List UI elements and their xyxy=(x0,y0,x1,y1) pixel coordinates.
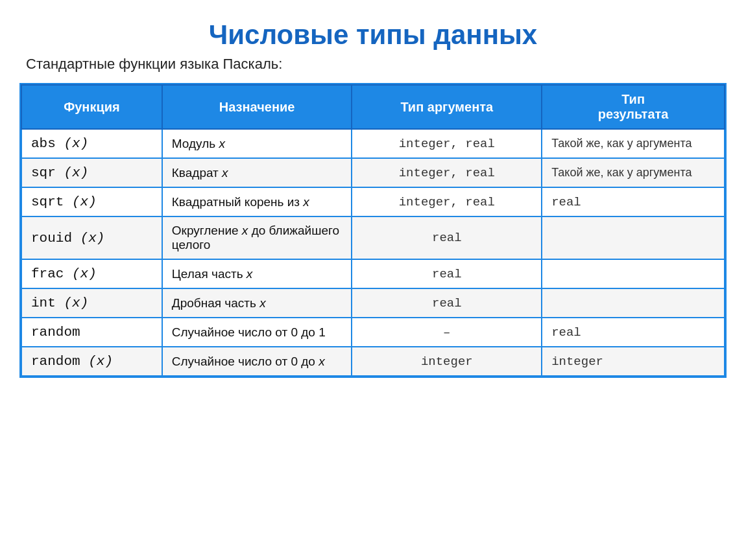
cell-argtype: real xyxy=(352,259,542,288)
cell-desc: Целая часть x xyxy=(162,259,352,288)
cell-desc: Случайное число от 0 до x xyxy=(162,347,352,376)
table-row: frac (x)Целая часть xreal xyxy=(21,259,725,288)
cell-desc: Квадрат x xyxy=(162,158,352,187)
cell-func: sqrt (x) xyxy=(21,187,162,216)
table-row: abs (x)Модуль xinteger, realТакой же, ка… xyxy=(21,129,725,158)
table-row: randomСлучайное число от 0 до 1–real xyxy=(21,318,725,347)
cell-func: frac (x) xyxy=(21,259,162,288)
cell-func: sqr (x) xyxy=(21,158,162,187)
cell-restype: real xyxy=(542,187,725,216)
cell-func: rouid (x) xyxy=(21,216,162,259)
cell-restype xyxy=(542,259,725,288)
cell-restype xyxy=(542,288,725,318)
cell-argtype: integer, real xyxy=(352,187,542,216)
col-header-argtype: Тип аргумента xyxy=(352,85,542,129)
cell-argtype: integer, real xyxy=(352,158,542,187)
main-table: Функция Назначение Тип аргумента Типрезу… xyxy=(19,83,727,378)
cell-func: random (x) xyxy=(21,347,162,376)
cell-func: random xyxy=(21,318,162,347)
cell-restype: integer xyxy=(542,347,725,376)
col-header-func: Функция xyxy=(21,85,162,129)
cell-restype: Такой же, как у аргумента xyxy=(542,158,725,187)
table-row: int (x)Дробная часть xreal xyxy=(21,288,725,318)
table-row: rouid (x)Округление x до ближайшего цело… xyxy=(21,216,725,259)
cell-argtype: real xyxy=(352,216,542,259)
col-header-restype: Типрезультата xyxy=(542,85,725,129)
cell-argtype: integer, real xyxy=(352,129,542,158)
cell-func: abs (x) xyxy=(21,129,162,158)
cell-desc: Модуль x xyxy=(162,129,352,158)
cell-desc: Дробная часть x xyxy=(162,288,352,318)
cell-restype: real xyxy=(542,318,725,347)
cell-desc: Квадратный корень из x xyxy=(162,187,352,216)
subtitle: Стандартные функции языка Паскаль: xyxy=(19,56,727,73)
cell-desc: Округление x до ближайшего целого xyxy=(162,216,352,259)
cell-desc: Случайное число от 0 до 1 xyxy=(162,318,352,347)
cell-argtype: – xyxy=(352,318,542,347)
col-header-desc: Назначение xyxy=(162,85,352,129)
cell-restype: Такой же, как у аргумента xyxy=(542,129,725,158)
page-title: Числовые типы данных xyxy=(209,19,537,51)
cell-argtype: real xyxy=(352,288,542,318)
table-row: sqrt (x)Квадратный корень из xinteger, r… xyxy=(21,187,725,216)
table-row: sqr (x)Квадрат xinteger, realТакой же, к… xyxy=(21,158,725,187)
cell-restype xyxy=(542,216,725,259)
table-row: random (x)Случайное число от 0 до xinteg… xyxy=(21,347,725,376)
cell-func: int (x) xyxy=(21,288,162,318)
cell-argtype: integer xyxy=(352,347,542,376)
